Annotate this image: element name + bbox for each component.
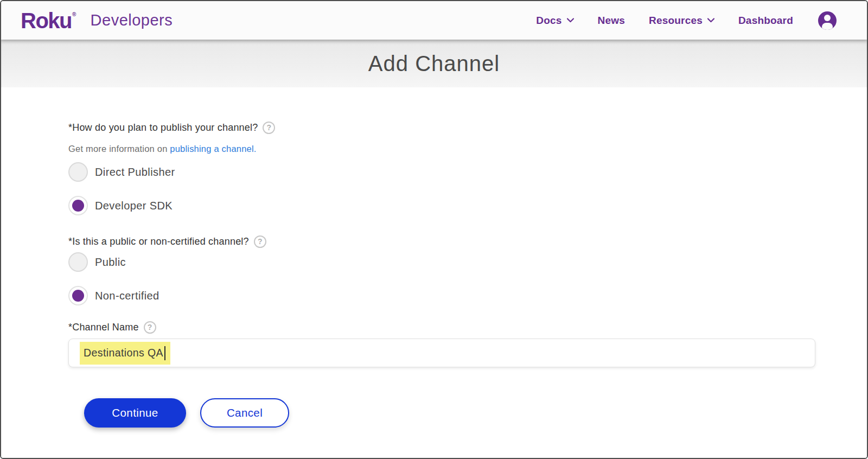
- cancel-button[interactable]: Cancel: [200, 398, 289, 428]
- publishing-channel-link[interactable]: publishing a channel.: [170, 144, 256, 154]
- nav-item-dashboard[interactable]: Dashboard: [738, 15, 793, 27]
- chevron-down-icon: [567, 18, 574, 23]
- nav-item-news[interactable]: News: [598, 15, 625, 27]
- top-nav-bar: Roku ® Developers Docs News Resources Da…: [1, 1, 867, 40]
- radio-label: Direct Publisher: [95, 166, 175, 178]
- radio-public[interactable]: Public: [68, 252, 815, 272]
- account-icon-head: [824, 15, 831, 21]
- form-actions: Continue Cancel: [84, 398, 815, 459]
- roku-logo[interactable]: Roku ®: [21, 10, 76, 31]
- publish-info-line: Get more information on publishing a cha…: [68, 143, 815, 155]
- channel-name-value: Destinations QA: [80, 342, 170, 365]
- radio-label: Developer SDK: [95, 200, 173, 212]
- radio-label: Public: [95, 256, 126, 269]
- radio-button-icon: [68, 162, 88, 182]
- radio-non-certified[interactable]: Non-certified: [68, 286, 815, 305]
- account-icon-torso: [822, 23, 833, 30]
- radio-developer-sdk[interactable]: Developer SDK: [68, 196, 815, 215]
- main-nav: Docs News Resources Dashboard: [536, 11, 837, 30]
- account-icon[interactable]: [818, 11, 837, 30]
- nav-item-docs[interactable]: Docs: [536, 15, 573, 27]
- channel-name-label: *Channel Name ?: [68, 321, 815, 334]
- roku-logo-text: Roku: [21, 10, 72, 31]
- add-channel-form: *How do you plan to publish your channel…: [1, 121, 867, 459]
- radio-label: Non-certified: [95, 290, 159, 302]
- chevron-down-icon: [707, 18, 714, 23]
- publish-radio-group: Direct Publisher Developer SDK: [68, 162, 815, 215]
- developers-brand-label: Developers: [91, 11, 173, 29]
- registered-trademark: ®: [72, 11, 76, 17]
- info-prefix-text: Get more information on: [68, 144, 170, 154]
- nav-item-resources[interactable]: Resources: [649, 15, 714, 27]
- help-icon[interactable]: ?: [263, 122, 275, 134]
- help-icon[interactable]: ?: [254, 235, 266, 248]
- channel-name-text: Destinations QA: [84, 347, 163, 359]
- help-icon[interactable]: ?: [144, 321, 156, 334]
- page-frame: Roku ® Developers Docs News Resources Da…: [0, 0, 868, 459]
- publish-question-label: *How do you plan to publish your channel…: [68, 121, 815, 134]
- certified-question-text: *Is this a public or non-certified chann…: [68, 235, 249, 248]
- channel-name-input[interactable]: Destinations QA: [68, 339, 815, 367]
- nav-label: Resources: [649, 15, 703, 27]
- radio-direct-publisher[interactable]: Direct Publisher: [68, 162, 815, 182]
- continue-button[interactable]: Continue: [84, 398, 186, 428]
- nav-label: Docs: [536, 15, 561, 27]
- publish-question-text: *How do you plan to publish your channel…: [68, 121, 258, 134]
- certified-question-label: *Is this a public or non-certified chann…: [68, 235, 815, 248]
- page-title-band: Add Channel: [1, 40, 867, 87]
- nav-label: Dashboard: [738, 15, 793, 27]
- page-title: Add Channel: [368, 52, 500, 76]
- radio-button-icon: [68, 252, 88, 272]
- channel-name-label-text: *Channel Name: [68, 321, 139, 334]
- certified-radio-group: Public Non-certified: [68, 252, 815, 305]
- text-cursor: [164, 346, 165, 360]
- nav-label: News: [598, 15, 625, 27]
- radio-button-icon: [68, 196, 88, 215]
- radio-button-icon: [68, 286, 88, 305]
